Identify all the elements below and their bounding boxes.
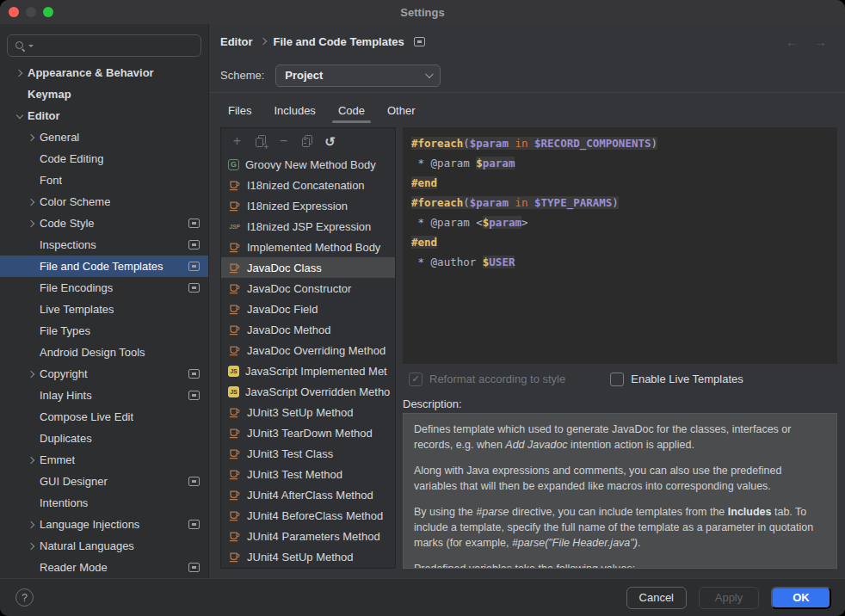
sidebar-item-natural-languages[interactable]: Natural Languages — [0, 535, 208, 557]
apply-button[interactable]: Apply — [699, 587, 759, 609]
settings-sidebar: Appearance & BehaviorKeymapEditorGeneral… — [0, 24, 209, 578]
settings-search-input[interactable] — [7, 34, 201, 57]
template-item-javascript-implemented-met[interactable]: JSJavaScript Implemented Met — [221, 360, 395, 381]
chevron-right-icon[interactable] — [12, 68, 28, 78]
template-item-javadoc-overriding-method[interactable]: JavaDoc Overriding Method — [221, 340, 395, 360]
indent-spacer — [12, 89, 28, 100]
sidebar-item-editor[interactable]: Editor — [0, 105, 208, 126]
template-item-implemented-method-body[interactable]: Implemented Method Body — [221, 237, 395, 257]
tab-files[interactable]: Files — [228, 95, 251, 126]
java-class-icon — [228, 344, 241, 357]
help-icon[interactable]: ? — [15, 588, 34, 607]
sidebar-item-font[interactable]: Font — [0, 169, 208, 191]
template-item-junit4-afterclass-method[interactable]: JUnit4 AfterClass Method — [221, 484, 395, 505]
sidebar-item-code-editing[interactable]: Code Editing — [0, 148, 208, 169]
template-item-i18nized-concatenation[interactable]: I18nized Concatenation — [221, 175, 395, 195]
template-item-label: JUnit4 AfterClass Method — [247, 489, 373, 502]
template-item-junit4-parameters-method[interactable]: JUnit4 Parameters Method — [221, 526, 395, 546]
sidebar-item-compose-live-edit[interactable]: Compose Live Edit — [0, 406, 208, 428]
settings-window: Settings Appearance & BehaviorKeymapEdit… — [0, 0, 845, 616]
template-item-junit3-test-class[interactable]: JUnit3 Test Class — [221, 443, 395, 464]
sidebar-item-copyright[interactable]: Copyright — [0, 363, 208, 385]
sidebar-item-file-encodings[interactable]: File Encodings — [0, 277, 208, 299]
template-item-junit4-setup-method[interactable]: JUnit4 SetUp Method — [221, 546, 395, 567]
back-icon[interactable]: ← — [786, 34, 799, 49]
template-item-javadoc-method[interactable]: JavaDoc Method — [221, 319, 395, 340]
settings-tree: Appearance & BehaviorKeymapEditorGeneral… — [0, 62, 208, 578]
chevron-right-icon[interactable] — [24, 219, 40, 229]
chevron-down-icon[interactable] — [12, 111, 28, 121]
sidebar-item-gui-designer[interactable]: GUI Designer — [0, 471, 208, 492]
breadcrumb-parent[interactable]: Editor — [220, 35, 253, 48]
sidebar-item-emmet[interactable]: Emmet — [0, 449, 208, 471]
template-item-javadoc-field[interactable]: JavaDoc Field — [221, 299, 395, 319]
tab-code[interactable]: Code — [338, 95, 365, 126]
scheme-selected-value: Project — [285, 69, 323, 82]
sidebar-item-inlay-hints[interactable]: Inlay Hints — [0, 385, 208, 406]
chevron-right-icon[interactable] — [24, 520, 40, 530]
reset-template-icon[interactable]: ↺ — [323, 134, 337, 149]
tab-other[interactable]: Other — [387, 95, 416, 126]
tab-includes[interactable]: Includes — [274, 95, 315, 126]
search-options-caret-icon[interactable] — [28, 45, 34, 47]
template-description[interactable]: Defines template which used to generate … — [403, 413, 837, 569]
template-editor[interactable]: #foreach($param in $RECORD_COMPONENTS) *… — [403, 127, 837, 364]
sidebar-item-inspections[interactable]: Inspections — [0, 234, 208, 256]
copy-template-icon[interactable] — [299, 134, 314, 149]
template-item-label: I18nized JSP Expression — [247, 220, 371, 233]
sidebar-item-file-types[interactable]: File Types — [0, 320, 208, 342]
sidebar-item-label: Color Scheme — [40, 195, 110, 208]
chevron-right-icon[interactable] — [24, 455, 40, 465]
chevron-right-icon[interactable] — [24, 197, 40, 207]
ok-button[interactable]: OK — [771, 587, 831, 609]
checkbox-checked-icon: ✓ — [409, 373, 422, 386]
forward-icon[interactable]: → — [814, 34, 827, 49]
template-item-i18nized-expression[interactable]: I18nized Expression — [221, 195, 395, 216]
sidebar-item-label: Code Style — [40, 217, 95, 230]
chevron-right-icon[interactable] — [24, 541, 40, 551]
minimize-window-button[interactable] — [26, 7, 36, 17]
template-item-groovy-new-method-body[interactable]: GGroovy New Method Body — [221, 154, 395, 175]
sidebar-item-keymap[interactable]: Keymap — [0, 83, 208, 105]
template-item-junit4-beforeclass-method[interactable]: JUnit4 BeforeClass Method — [221, 505, 395, 526]
reformat-checkbox[interactable]: ✓ Reformat according to style — [409, 373, 565, 386]
template-item-javascript-overridden-metho[interactable]: JSJavaScript Overridden Metho — [221, 381, 395, 402]
sidebar-item-duplicates[interactable]: Duplicates — [0, 428, 208, 449]
sidebar-item-live-templates[interactable]: Live Templates — [0, 299, 208, 320]
template-item-junit3-test-method[interactable]: JUnit3 Test Method — [221, 464, 395, 484]
close-window-button[interactable] — [9, 7, 19, 17]
sidebar-item-code-style[interactable]: Code Style — [0, 213, 208, 234]
duplicate-template-icon[interactable]: + — [253, 134, 268, 149]
template-item-junit3-teardown-method[interactable]: JUnit3 TearDown Method — [221, 422, 395, 443]
java-class-icon — [228, 241, 241, 254]
sidebar-item-reader-mode[interactable]: Reader Mode — [0, 557, 208, 578]
java-class-icon — [228, 530, 241, 543]
remove-template-icon[interactable]: − — [276, 134, 291, 149]
java-class-icon — [228, 282, 241, 295]
chevron-right-icon[interactable] — [24, 132, 40, 143]
template-item-javadoc-class[interactable]: JavaDoc Class — [221, 257, 395, 278]
sidebar-item-general[interactable]: General — [0, 126, 208, 148]
chevron-right-icon[interactable] — [24, 369, 40, 379]
indent-spacer — [24, 262, 40, 272]
description-paragraph: Predefined variables take the following … — [414, 561, 826, 569]
sidebar-item-intentions[interactable]: Intentions — [0, 492, 208, 514]
template-item-i18nized-jsp-expression[interactable]: JSPI18nized JSP Expression — [221, 216, 395, 237]
sidebar-item-appearance-behavior[interactable]: Appearance & Behavior — [0, 62, 208, 83]
scheme-select[interactable]: Project — [275, 65, 441, 87]
java-class-icon — [228, 323, 241, 336]
enable-live-templates-checkbox[interactable]: Enable Live Templates — [610, 373, 743, 386]
sidebar-item-file-and-code-templates[interactable]: File and Code Templates — [0, 256, 208, 277]
sidebar-item-language-injections[interactable]: Language Injections — [0, 514, 208, 535]
fullscreen-window-button[interactable] — [43, 7, 53, 17]
duplicate-plus-glyph: + — [264, 144, 268, 151]
add-template-icon[interactable]: + — [230, 134, 244, 149]
cancel-button[interactable]: Cancel — [626, 587, 687, 609]
sidebar-item-color-scheme[interactable]: Color Scheme — [0, 191, 208, 213]
java-class-icon — [228, 262, 241, 274]
template-item-label: JavaDoc Method — [247, 323, 331, 336]
template-item-javadoc-constructor[interactable]: JavaDoc Constructor — [221, 278, 395, 299]
template-item-junit3-setup-method[interactable]: JUnit3 SetUp Method — [221, 402, 395, 422]
template-item-label: JUnit4 BeforeClass Method — [247, 509, 383, 522]
sidebar-item-android-design-tools[interactable]: Android Design Tools — [0, 342, 208, 363]
